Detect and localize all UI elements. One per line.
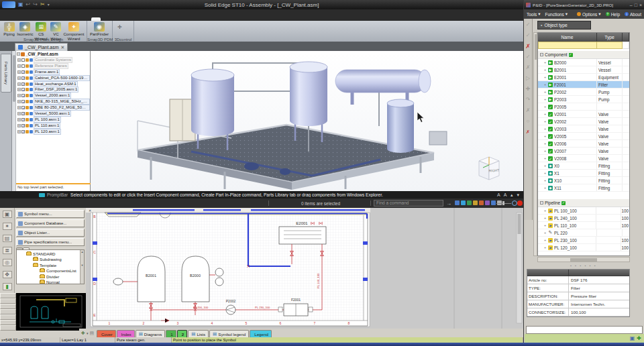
add-sheet-icon[interactable]: ✚	[81, 331, 85, 336]
expand-icon[interactable]	[544, 68, 547, 72]
pan-icon[interactable]	[473, 200, 478, 205]
visibility-checkbox[interactable]	[21, 88, 25, 91]
ribbon-button[interactable]: Isometric	[17, 21, 33, 37]
component-row[interactable]: B2000 Vessel	[538, 59, 629, 66]
zoom-tool-icon[interactable]: ◎	[3, 259, 12, 266]
check-icon[interactable]: ✓	[526, 22, 531, 27]
expand-icon[interactable]	[544, 97, 547, 101]
expand-icon[interactable]	[17, 124, 21, 127]
tree-item[interactable]: NBE 80-250_F2_MGE_50Hz_4P_7kW.asm:1	[16, 105, 90, 111]
menu-functions[interactable]: Functions ▾	[545, 11, 567, 17]
expand-icon[interactable]	[544, 141, 547, 146]
symbol-tool-icon[interactable]: ✶	[3, 223, 12, 230]
menu-help[interactable]: ?Help	[606, 12, 620, 17]
expand-icon[interactable]	[544, 149, 547, 153]
qat-dropdown-icon[interactable]: ▾	[48, 1, 50, 8]
component-row[interactable]: P2005	[538, 103, 629, 111]
expand-icon[interactable]	[17, 112, 21, 115]
column-name[interactable]: Name	[538, 33, 597, 42]
expand-icon[interactable]	[17, 130, 21, 133]
delete-small-icon[interactable]: ✗	[526, 129, 530, 135]
play-icon[interactable]: ▷	[526, 76, 530, 81]
save-icon[interactable]: ▣	[630, 336, 635, 341]
folder-scrollbar[interactable]: ▲▼	[80, 250, 84, 284]
tree-item[interactable]: Vessel_2000.asm:1	[16, 93, 90, 99]
check2-icon[interactable]: ✓	[526, 33, 531, 38]
expand-icon[interactable]	[544, 75, 547, 79]
expand-icon[interactable]	[544, 164, 547, 168]
sheet-tab[interactable]: Diagrams	[136, 330, 166, 337]
views-icon[interactable]	[485, 200, 490, 205]
component-row[interactable]: V2001 Valve	[538, 111, 629, 118]
panel-splitter[interactable]	[537, 264, 630, 268]
expand-icon[interactable]	[17, 64, 21, 68]
component-row[interactable]: P2002 Pump	[538, 89, 629, 96]
expand-icon[interactable]	[17, 94, 21, 97]
expand-icon[interactable]	[544, 238, 547, 242]
sidebar-button[interactable]: Pipe specifications menu...	[16, 238, 85, 246]
component-row[interactable]: V2002 Valve	[538, 118, 629, 125]
expand-icon[interactable]	[544, 178, 547, 182]
folder-item[interactable]: Normal	[17, 280, 84, 285]
visibility-checkbox[interactable]	[21, 64, 25, 68]
copy-sheet-icon[interactable]: ▤	[89, 331, 94, 336]
tree-root[interactable]: − _CW_Plant.asm	[16, 51, 90, 57]
tree-item[interactable]: PL 100.asm:1	[16, 117, 90, 123]
tree-item[interactable]: Reference Planes	[16, 63, 90, 69]
panel-input-row[interactable]	[526, 326, 643, 334]
circle-icon[interactable]: ○	[527, 119, 530, 124]
visibility-checkbox[interactable]	[21, 58, 25, 62]
3d-viewport[interactable]	[91, 51, 523, 191]
sheet-tab[interactable]: Index	[117, 330, 135, 337]
expand-icon[interactable]	[544, 245, 547, 249]
folder-item[interactable]: Subdrawing	[17, 257, 84, 263]
battery-icon[interactable]: ▮	[3, 283, 12, 290]
tree-item[interactable]: Frame.asm:1	[16, 69, 90, 75]
sheet-dropdown-icon[interactable]: ▾	[87, 331, 89, 335]
add-icon[interactable]: ✛	[117, 24, 123, 30]
expand-icon[interactable]	[17, 58, 21, 62]
component-row[interactable]: V2003 Valve	[538, 125, 629, 133]
visibility-checkbox[interactable]	[21, 82, 25, 86]
menu-tools[interactable]: Tools ▾	[527, 11, 540, 17]
tree-item[interactable]: PL 120.asm:1	[16, 129, 90, 135]
pipeline-row[interactable]: PL 230_100 100	[538, 237, 629, 244]
folder-item[interactable]: Divider	[17, 274, 84, 280]
setting-cell[interactable]	[0, 293, 16, 298]
component-row[interactable]: E2001 Equipment	[538, 74, 629, 81]
expand-icon[interactable]	[544, 231, 547, 235]
folder-item[interactable]: ComponentsList	[17, 268, 84, 274]
connect-icon[interactable]: ✚	[637, 336, 641, 341]
tree-item[interactable]: Cabinet_PCA-500-1600-1900_grey.par:1	[16, 75, 90, 81]
setting-cell[interactable]	[0, 298, 16, 304]
ribbon-button[interactable]: PartFinder	[89, 21, 109, 37]
folder-item[interactable]: Template	[17, 262, 84, 268]
refresh-icon[interactable]: ↷	[526, 97, 531, 103]
expand-icon[interactable]	[17, 106, 21, 109]
setting-cell[interactable]	[0, 314, 16, 320]
visibility-checkbox[interactable]	[21, 100, 25, 103]
tree-item[interactable]: Filter_DSF_2005.asm:1	[16, 86, 90, 93]
component-group-header[interactable]: Component	[538, 51, 629, 59]
minimize-icon[interactable]: –	[630, 3, 633, 7]
expand-icon[interactable]	[17, 82, 21, 86]
remove-icon[interactable]: ✗	[526, 108, 531, 113]
component-row[interactable]: F2001 Filter	[538, 81, 629, 89]
expand-icon[interactable]	[544, 119, 547, 123]
expand-icon[interactable]	[544, 82, 547, 86]
sheet-tab[interactable]: Symbol legend	[209, 330, 249, 337]
database-icon[interactable]: ▤	[3, 235, 12, 242]
component-row[interactable]: V2005 Valve	[538, 133, 629, 140]
redo-icon[interactable]: ↪	[33, 1, 38, 8]
object-type-dropdown[interactable]: Object type	[537, 21, 591, 30]
add-icon[interactable]: ✚	[526, 86, 531, 92]
sheet-tab[interactable]: Legend	[250, 330, 272, 337]
expand-icon[interactable]	[544, 223, 547, 227]
check3-icon[interactable]: ✓	[526, 54, 531, 60]
tree-item[interactable]: Vessel_5000.asm:1	[16, 111, 90, 117]
expand-icon[interactable]	[544, 216, 547, 220]
component-row[interactable]: B2001 Vessel	[538, 66, 629, 74]
expand-icon[interactable]	[544, 171, 547, 175]
tree-item[interactable]: PL 110.asm:1	[16, 123, 90, 129]
record-icon[interactable]	[517, 200, 523, 206]
